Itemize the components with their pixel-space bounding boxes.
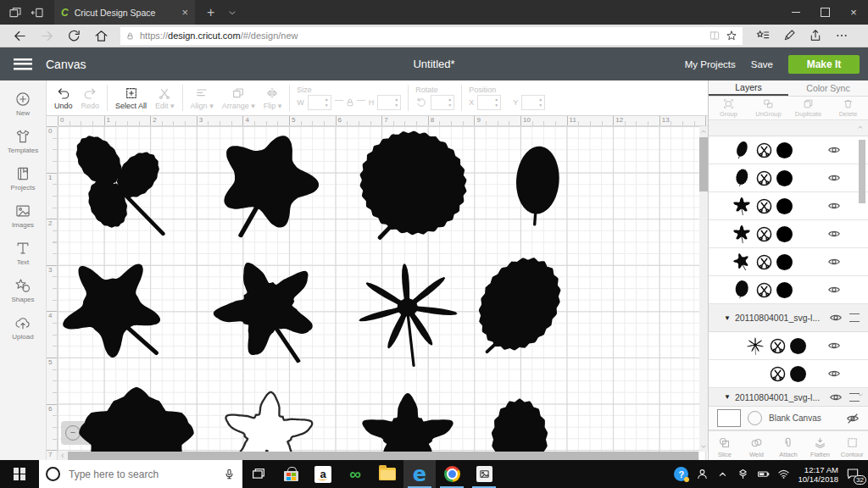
- scroll-left-icon[interactable]: [58, 452, 68, 460]
- photos-button[interactable]: [468, 460, 500, 488]
- canvas-color-swatch[interactable]: [717, 409, 741, 427]
- dropbox-icon[interactable]: [737, 468, 749, 480]
- reading-view-icon[interactable]: [709, 30, 721, 42]
- large-serrated-leaf[interactable]: [79, 387, 193, 460]
- my-projects-link[interactable]: My Projects: [685, 59, 736, 69]
- layer-row[interactable]: [709, 136, 868, 164]
- layer-color-dot[interactable]: [776, 282, 793, 298]
- layer-row[interactable]: [709, 164, 868, 192]
- vscroll-thumb[interactable]: [699, 137, 708, 191]
- tab-preview-icon[interactable]: [8, 6, 22, 19]
- tab-color-sync[interactable]: Color Sync: [788, 80, 868, 96]
- redo-button[interactable]: Redo: [81, 86, 100, 110]
- size-lock-icon[interactable]: [345, 97, 355, 108]
- maple-leaf-2[interactable]: [362, 393, 453, 460]
- undo-button[interactable]: Undo: [54, 86, 73, 110]
- set-tabs-aside-icon[interactable]: [31, 6, 44, 19]
- layer-row[interactable]: [709, 192, 868, 220]
- contour-button[interactable]: Contour: [836, 436, 868, 458]
- eye-icon[interactable]: [829, 391, 843, 404]
- new-tab-button[interactable]: +: [207, 6, 214, 19]
- cut-icon[interactable]: [769, 337, 787, 355]
- canvas-material-circle[interactable]: [748, 411, 762, 425]
- get-help-icon[interactable]: ?: [674, 467, 688, 481]
- make-it-button[interactable]: Make It: [788, 55, 860, 74]
- fig-leaf[interactable]: [199, 126, 331, 256]
- layer-color-dot[interactable]: [776, 198, 793, 214]
- maple-leaf-outline[interactable]: [221, 389, 314, 460]
- edge-button[interactable]: e: [403, 460, 436, 488]
- collapse-triangle-icon[interactable]: ▼: [724, 314, 731, 322]
- minimize-button[interactable]: [782, 0, 810, 25]
- delete-button[interactable]: Delete: [828, 98, 868, 118]
- eye-icon[interactable]: [827, 367, 841, 380]
- refresh-icon[interactable]: [67, 29, 81, 43]
- battery-icon[interactable]: [757, 468, 770, 480]
- close-button[interactable]: ×: [839, 0, 868, 25]
- favorite-star-icon[interactable]: [726, 30, 737, 42]
- collapse-triangle-icon[interactable]: ▼: [724, 393, 731, 401]
- cut-icon[interactable]: [755, 197, 773, 215]
- round-serrated-leaf[interactable]: [337, 126, 484, 263]
- cut-icon[interactable]: [755, 141, 773, 159]
- maple-leaf[interactable]: [200, 241, 339, 385]
- chrome-button[interactable]: [436, 460, 468, 488]
- cut-icon[interactable]: [755, 169, 773, 187]
- layer-row[interactable]: [709, 276, 868, 304]
- layer-row[interactable]: [709, 220, 868, 248]
- layer-row-sub[interactable]: [709, 332, 868, 360]
- cut-icon[interactable]: [755, 225, 773, 243]
- attach-button[interactable]: Attach: [772, 436, 804, 458]
- layer-color-dot[interactable]: [776, 170, 793, 186]
- rotate-stepper[interactable]: ▲▼: [431, 95, 454, 110]
- save-link[interactable]: Save: [751, 59, 773, 69]
- tab-close-icon[interactable]: ×: [181, 6, 188, 19]
- tab-layers[interactable]: Layers: [709, 80, 788, 96]
- width-stepper[interactable]: ▲▼: [308, 95, 331, 110]
- eye-icon[interactable]: [827, 227, 841, 241]
- scroll-up-icon[interactable]: [698, 127, 708, 136]
- layer-color-dot[interactable]: [776, 226, 793, 242]
- slice-button[interactable]: Slice: [709, 436, 741, 458]
- task-view-button[interactable]: [242, 460, 275, 488]
- forward-icon[interactable]: [40, 29, 54, 43]
- sidebar-item-templates[interactable]: Templates: [0, 128, 46, 154]
- scroll-down-icon[interactable]: [698, 442, 708, 451]
- rose-compound-leaf[interactable]: [76, 136, 164, 234]
- select-all-button[interactable]: Select All: [115, 86, 147, 110]
- eye-icon[interactable]: [827, 171, 841, 185]
- more-options-icon[interactable]: [835, 29, 849, 42]
- layer-group-header-2[interactable]: ▼ 20110804001_svg-l...: [709, 388, 868, 407]
- action-center-button[interactable]: 32: [846, 467, 863, 482]
- eye-off-icon[interactable]: [846, 412, 860, 425]
- hscroll-thumb[interactable]: [68, 452, 698, 460]
- menu-hamburger-icon[interactable]: [14, 58, 32, 70]
- blank-canvas-row[interactable]: Blank Canvas: [709, 407, 868, 430]
- panel-scroll-up-icon[interactable]: [855, 123, 865, 131]
- sidebar-item-shapes[interactable]: Shapes: [0, 277, 46, 303]
- edit-dropdown[interactable]: Edit ▾: [155, 86, 175, 110]
- panel-scroll-thumb[interactable]: [859, 140, 865, 203]
- layer-group-header[interactable]: ▼ 20110804001_svg-l...: [709, 304, 868, 332]
- tab-list-chevron-icon[interactable]: [226, 7, 238, 19]
- browser-tab[interactable]: C Cricut Design Space ×: [54, 0, 195, 25]
- sidebar-item-upload[interactable]: Upload: [0, 314, 46, 341]
- microphone-icon[interactable]: [223, 468, 236, 480]
- oval-leaf[interactable]: [514, 145, 562, 226]
- eye-icon[interactable]: [827, 199, 841, 213]
- weld-button[interactable]: Weld: [741, 436, 773, 458]
- layer-color-dot[interactable]: [776, 254, 793, 270]
- sidebar-item-text[interactable]: Text: [0, 240, 46, 266]
- hidden-icons-chevron[interactable]: [716, 468, 729, 480]
- maximize-button[interactable]: [810, 0, 839, 25]
- layer-color-dot[interactable]: [776, 142, 793, 158]
- position-y-stepper[interactable]: ▲▼: [521, 95, 545, 110]
- eye-icon[interactable]: [827, 143, 841, 157]
- sidebar-item-projects[interactable]: Projects: [0, 165, 46, 191]
- cut-icon[interactable]: [769, 365, 787, 383]
- sidebar-item-new[interactable]: New: [0, 91, 46, 117]
- favorites-list-icon[interactable]: [756, 29, 770, 42]
- eye-icon[interactable]: [829, 311, 843, 324]
- arrange-dropdown[interactable]: Arrange ▾: [222, 86, 255, 110]
- eye-icon[interactable]: [827, 255, 841, 269]
